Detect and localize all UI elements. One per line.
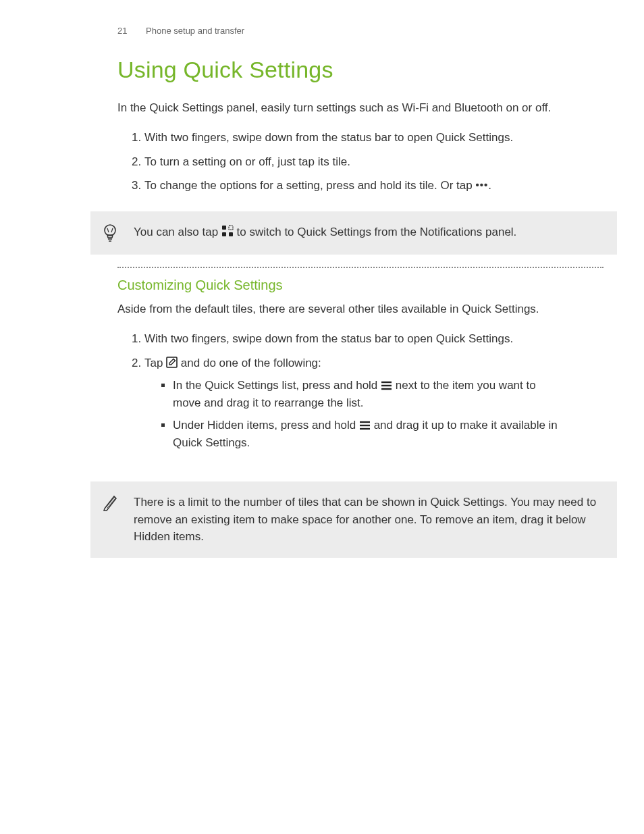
subsection-title: Customizing Quick Settings — [117, 275, 603, 296]
svg-line-3 — [107, 228, 109, 232]
svg-point-0 — [105, 225, 115, 236]
page-title: Using Quick Settings — [117, 53, 644, 87]
step-item: Tap and do one of the following: In the … — [144, 351, 603, 469]
lightbulb-tip-icon — [101, 224, 119, 242]
drag-handle-icon — [359, 421, 371, 430]
dotted-rule — [117, 267, 603, 268]
svg-rect-5 — [222, 226, 226, 230]
more-options-icon: ••• — [475, 179, 488, 190]
drag-handle-icon — [381, 381, 392, 390]
sub-bullets: In the Quick Settings list, press and ho… — [144, 374, 563, 454]
step-text-post: and do one of the following: — [178, 357, 321, 369]
subsection: Customizing Quick Settings — [0, 275, 644, 296]
steps-list-1: With two fingers, swipe down from the st… — [117, 126, 603, 198]
bullet-pre: Under Hidden items, press and hold — [173, 419, 359, 432]
svg-rect-8 — [229, 232, 233, 236]
tip-text: You can also tap to switch to Quick Sett… — [134, 224, 601, 241]
subsection-intro: Aside from the default tiles, there are … — [117, 301, 603, 318]
step-item: With two fingers, swipe down from the st… — [144, 126, 603, 150]
svg-line-4 — [111, 228, 113, 232]
step-text-pre: To change the options for a setting, pre… — [144, 179, 475, 192]
note-text: There is a limit to the number of tiles … — [134, 494, 601, 546]
step-item: To change the options for a setting, pre… — [144, 174, 603, 198]
step-text-post: . — [488, 179, 491, 192]
svg-rect-7 — [222, 232, 226, 236]
intro-paragraph: In the Quick Settings panel, easily turn… — [117, 99, 603, 117]
quick-settings-grid-icon — [221, 225, 234, 237]
tip-post: to switch to Quick Settings from the Not… — [234, 226, 517, 238]
edit-icon — [166, 357, 178, 368]
bullet-pre: In the Quick Settings list, press and ho… — [173, 379, 381, 392]
note-callout: There is a limit to the number of tiles … — [90, 481, 617, 558]
bullet-item: In the Quick Settings list, press and ho… — [173, 374, 563, 414]
running-head: 21 Phone setup and transfer — [117, 24, 644, 38]
svg-rect-9 — [167, 357, 177, 367]
step-text-pre: Tap — [144, 357, 166, 369]
page-number: 21 — [117, 24, 127, 38]
step-item: With two fingers, swipe down from the st… — [144, 327, 603, 351]
step-item: To turn a setting on or off, just tap it… — [144, 150, 603, 174]
manual-page: 21 Phone setup and transfer Using Quick … — [0, 0, 644, 558]
steps-list-2: With two fingers, swipe down from the st… — [117, 327, 603, 468]
pencil-note-icon — [101, 494, 119, 511]
svg-rect-6 — [229, 226, 233, 230]
tip-pre: You can also tap — [134, 226, 221, 238]
section-name: Phone setup and transfer — [146, 26, 244, 36]
tip-callout: You can also tap to switch to Quick Sett… — [90, 211, 617, 255]
bullet-item: Under Hidden items, press and hold and d… — [173, 414, 563, 454]
